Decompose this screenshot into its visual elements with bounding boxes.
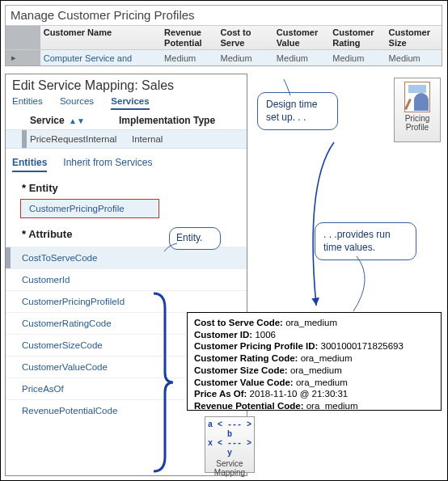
col-implementation-type[interactable]: Implementation Type bbox=[119, 115, 215, 126]
pricing-profiles-title: Manage Customer Pricing Profiles bbox=[6, 6, 442, 25]
out-row: Customer Value Code: ora_medium bbox=[194, 377, 434, 389]
col-customer-size[interactable]: Customer Size bbox=[386, 26, 442, 50]
service-mapping-label-2: Mapping bbox=[205, 468, 254, 477]
row-value: Medium bbox=[273, 50, 329, 66]
flow-arrow bbox=[311, 142, 336, 304]
service-mapping-icon: a < --- > b x < --- > y bbox=[205, 420, 254, 458]
entity-balloon-tail bbox=[163, 242, 179, 255]
pricing-profiles-table: Customer Name Revenue Potential Cost to … bbox=[6, 25, 442, 65]
service-name: PriceRequestInternal bbox=[30, 134, 132, 144]
row-customer-name: Computer Service and bbox=[40, 50, 161, 66]
pricing-profile-label-1: Pricing bbox=[395, 114, 440, 123]
out-row: Revenue Potential Code: ora_medium bbox=[194, 400, 434, 412]
table-row[interactable]: ▸ Computer Service and Medium Medium Med… bbox=[6, 50, 442, 66]
esm-subtabs: Entities Inherit from Services bbox=[6, 149, 247, 172]
tab-services[interactable]: Services bbox=[111, 96, 149, 110]
out-row: Customer Pricing Profile ID: 30010001718… bbox=[194, 340, 434, 352]
subtab-inherit[interactable]: Inherit from Services bbox=[63, 157, 152, 172]
col-customer-rating[interactable]: Customer Rating bbox=[329, 26, 385, 50]
pricing-profile-label-2: Profile bbox=[395, 123, 440, 132]
runtime-balloon-tail bbox=[347, 255, 376, 315]
out-row: Customer Rating Code: ora_medium bbox=[194, 352, 434, 365]
tab-sources[interactable]: Sources bbox=[60, 96, 94, 108]
service-mapping-label-1: Service bbox=[205, 459, 254, 468]
attribute-item[interactable]: CostToServeCode bbox=[6, 247, 247, 268]
attribute-item[interactable]: CustomerPricingProfileId bbox=[6, 290, 247, 312]
col-cost-to-serve[interactable]: Cost to Serve bbox=[217, 26, 273, 50]
row-cost: Medium bbox=[217, 50, 273, 66]
output-values-panel: Cost to Serve Code: ora_medium Customer … bbox=[187, 312, 442, 411]
pricing-profile-button[interactable]: Pricing Profile bbox=[394, 78, 441, 142]
row-rating: Medium bbox=[329, 50, 385, 66]
design-balloon-tail bbox=[282, 78, 298, 98]
row-rev: Medium bbox=[161, 50, 217, 66]
service-mapping-button[interactable]: a < --- > b x < --- > y Service Mapping bbox=[205, 416, 255, 473]
row-size: Medium bbox=[386, 50, 442, 66]
tab-entities[interactable]: Entities bbox=[12, 96, 43, 108]
esm-title: Edit Service Mapping: Sales bbox=[6, 74, 247, 96]
service-row[interactable]: PriceRequestInternal Internal bbox=[6, 129, 247, 149]
table-corner bbox=[6, 26, 40, 50]
out-row: Price As Of: 2018-11-10 @ 21:30:31 bbox=[194, 388, 434, 400]
pricing-profiles-panel: Manage Customer Pricing Profiles Custome… bbox=[5, 5, 442, 66]
esm-grid-header: Service ▲▼ Implementation Type bbox=[6, 110, 247, 129]
section-entity-label: Entity bbox=[6, 172, 247, 199]
brace-icon bbox=[150, 292, 175, 473]
attribute-item[interactable]: CustomerId bbox=[6, 268, 247, 290]
col-service[interactable]: Service ▲▼ bbox=[30, 115, 119, 126]
service-impl: Internal bbox=[132, 134, 163, 144]
out-row: Customer ID: 1006 bbox=[194, 329, 434, 341]
esm-tabs: Entities Sources Services bbox=[6, 96, 247, 110]
entity-chip[interactable]: CustomerPricingProfile bbox=[20, 199, 159, 218]
col-customer-value[interactable]: Customer Value bbox=[273, 26, 329, 50]
pricing-profile-icon bbox=[404, 82, 430, 112]
sort-icon[interactable]: ▲▼ bbox=[69, 116, 85, 125]
row-marker-icon: ▸ bbox=[9, 53, 19, 63]
out-row: Cost to Serve Code: ora_medium bbox=[194, 317, 434, 329]
design-time-balloon: Design time set up. . . bbox=[257, 92, 338, 130]
subtab-entities[interactable]: Entities bbox=[12, 157, 47, 172]
out-row: Customer Size Code: ora_medium bbox=[194, 365, 434, 377]
col-revenue-potential[interactable]: Revenue Potential bbox=[161, 26, 217, 50]
col-customer-name[interactable]: Customer Name bbox=[40, 26, 161, 50]
